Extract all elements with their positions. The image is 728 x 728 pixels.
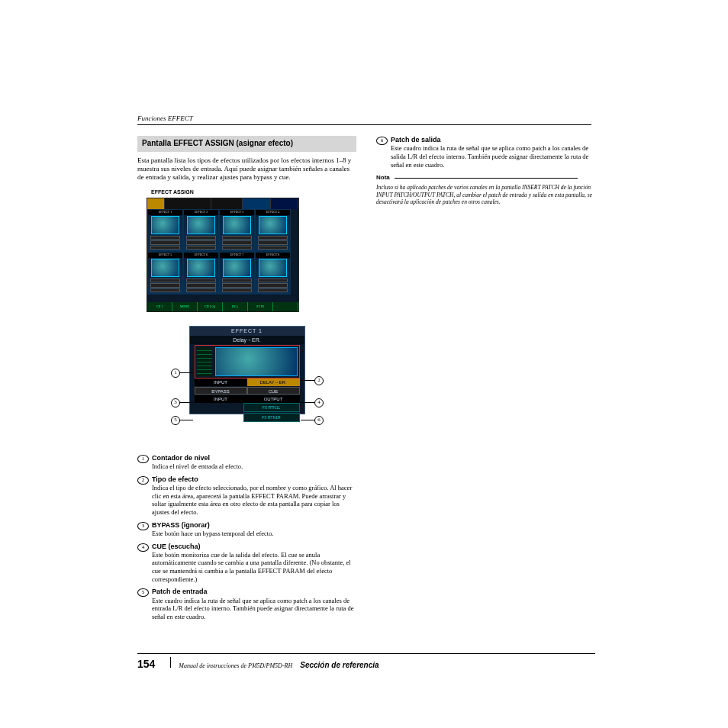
figure-caption: EFFECT ASSIGN [151,189,356,196]
right-column: 6 Patch de salida Este cuadro indica la … [376,136,595,625]
page: Funciones EFFECT Pantalla EFFECT ASSIGN … [0,0,728,728]
note-text: Incluso si ha aplicado patches de varios… [376,182,595,205]
def-item-1: 1 Contador de nivel Indica el nivel de e… [137,454,356,471]
page-number: 154 [137,658,155,672]
detail-title: EFFECT 1 [190,327,304,336]
note-label: Nota [376,174,390,182]
callout-5: 5 [171,416,180,425]
intro-paragraph: Esta pantalla lista los tipos de efectos… [137,156,356,182]
footer-manual-title: Manual de instrucciones de PM5D/PM5D-RH [179,662,292,670]
def-item-4: 4 CUE (escucha) Este botón monitoriza cu… [137,543,356,584]
callout-1: 1 [171,369,180,378]
callout-6: 6 [314,416,324,425]
def-item-2: 2 Tipo de efecto Indica el tipo de efect… [137,475,356,517]
def-item-6: 6 Patch de salida Este cuadro indica la … [376,136,595,169]
figure-effect-detail: EFFECT 1 Delay→ER. INPUTDELAY→ER. BYPASS… [189,326,305,414]
figure-effect-assign: EFFECT 1 EFFECT 2 EFFECT 3 EFFECT 4 EFFE… [147,198,299,312]
callout-3: 3 [171,398,180,407]
left-column: Pantalla EFFECT ASSIGN (asignar efecto) … [137,136,356,625]
definitions-list: 1 Contador de nivel Indica el nivel de e… [137,454,356,620]
detail-subtitle: Delay→ER. [190,336,304,344]
page-footer: 154 Manual de instrucciones de PM5D/PM5D… [137,653,595,672]
note-block: Nota Incluso si ha aplicado patches de v… [376,173,595,205]
footer-section: Sección de referencia [300,661,378,671]
def-item-5: 5 Patch de entrada Este cuadro indica la… [137,588,356,620]
callout-4: 4 [314,398,324,407]
columns: Pantalla EFFECT ASSIGN (asignar efecto) … [137,136,595,625]
running-head: Funciones EFFECT [137,114,591,125]
def-item-3: 3 BYPASS (ignorar) Este botón hace un by… [137,521,356,538]
section-heading: Pantalla EFFECT ASSIGN (asignar efecto) [137,136,356,152]
callout-2: 2 [314,376,324,385]
